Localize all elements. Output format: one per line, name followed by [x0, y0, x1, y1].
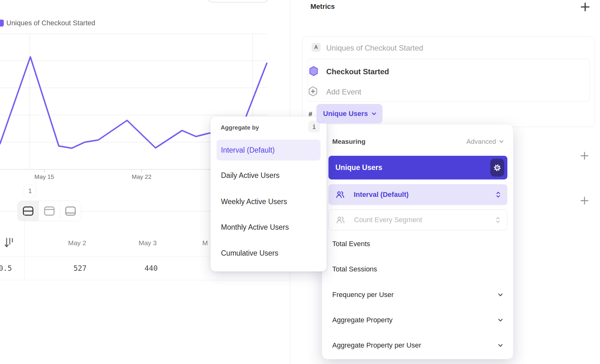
chevron-down-icon: [497, 342, 504, 349]
measuring-option-aggregate-property-per-user[interactable]: Aggregate Property per User: [332, 340, 504, 351]
add-section-icon-1[interactable]: [580, 151, 589, 160]
x-tick-may15: May 15: [25, 173, 63, 180]
measuring-option-unique-users[interactable]: Unique Users: [328, 156, 507, 179]
frequency-per-user-label: Frequency per User: [332, 291, 394, 299]
add-event-hexagon-icon[interactable]: [309, 86, 317, 97]
gear-icon: [493, 164, 501, 172]
add-event-button[interactable]: Add Event: [326, 88, 361, 96]
total-events-label: Total Events: [332, 240, 370, 248]
chevron-down-icon: [497, 317, 504, 323]
clipped-top-button[interactable]: [208, 0, 268, 3]
metric-name-input[interactable]: Uniques of Checkout Started: [326, 44, 423, 52]
layout-toggle-group: [17, 201, 81, 221]
add-metric-header-icon[interactable]: [580, 2, 591, 12]
counting-prefix: #: [309, 110, 312, 118]
measuring-subrow-interval[interactable]: Interval (Default): [328, 184, 507, 205]
aggregate-property-per-user-label: Aggregate Property per User: [332, 341, 421, 349]
measuring-option-total-sessions[interactable]: Total Sessions: [332, 264, 504, 275]
measuring-title: Measuring: [332, 138, 365, 145]
measuring-popover: Measuring Advanced Unique Users: [322, 124, 513, 359]
table-only-toggle-icon[interactable]: [60, 201, 81, 221]
table-header-may2[interactable]: May 2: [42, 239, 112, 247]
aggregate-option-monthly[interactable]: Monthly Active Users: [221, 223, 289, 232]
split-view-toggle-icon[interactable]: [18, 201, 39, 221]
add-section-icon-2[interactable]: [580, 196, 589, 205]
metric-badge: A: [312, 43, 321, 52]
chevron-down-icon: [371, 111, 377, 117]
metrics-panel-title: Metrics: [310, 3, 335, 11]
users-icon: [336, 215, 345, 225]
count-every-segment-label: Count Every Segment: [354, 216, 495, 224]
aggregate-option-cumulative[interactable]: Cumulative Users: [221, 249, 279, 258]
sort-descending-icon[interactable]: [4, 237, 15, 250]
event-hexagon-icon: [309, 66, 318, 76]
advanced-label: Advanced: [467, 138, 496, 145]
table-cell-may2: 527: [45, 264, 115, 272]
chevron-down-icon: [499, 139, 504, 144]
chart-only-toggle-icon[interactable]: [39, 201, 60, 221]
measuring-option-aggregate-property[interactable]: Aggregate Property: [332, 315, 504, 325]
measuring-option-frequency-per-user[interactable]: Frequency per User: [332, 289, 504, 300]
gear-settings-button[interactable]: [490, 159, 504, 177]
chevron-down-icon: [497, 292, 504, 298]
x-tick-may22: May 22: [123, 173, 161, 180]
table-row-label: 0.5: [0, 264, 18, 272]
aggregate-by-title: Aggregate by: [221, 124, 259, 131]
users-icon: [335, 190, 345, 199]
aggregate-option-weekly[interactable]: Weekly Active Users: [221, 197, 287, 206]
unique-users-chip[interactable]: Unique Users: [316, 104, 383, 124]
selected-option-label: Unique Users: [335, 163, 382, 172]
select-arrows-icon: [495, 191, 501, 199]
analytics-app: Uniques of Checkout Started May 15 May 2…: [0, 0, 600, 364]
unique-users-chip-label: Unique Users: [323, 110, 368, 118]
measuring-option-total-events[interactable]: Total Events: [332, 239, 504, 249]
pagination-badge[interactable]: 1: [24, 185, 36, 197]
aggregate-option-daily[interactable]: Daily Active Users: [221, 171, 279, 180]
total-sessions-label: Total Sessions: [332, 265, 377, 273]
measuring-subrow-count-every-segment[interactable]: Count Every Segment: [328, 209, 507, 230]
select-arrows-icon: [495, 216, 501, 224]
aggregate-option-interval[interactable]: Interval (Default): [217, 140, 321, 161]
interval-option-label: Interval (Default): [221, 146, 275, 155]
legend-swatch: [0, 20, 4, 27]
aggregate-property-label: Aggregate Property: [332, 316, 393, 324]
advanced-mode-toggle[interactable]: Advanced: [467, 138, 504, 145]
chart-legend-label: Uniques of Checkout Started: [6, 19, 95, 27]
event-row-checkout-started[interactable]: Checkout Started: [326, 67, 389, 76]
table-cell-may3: 440: [116, 264, 186, 272]
aggregate-by-dropdown: Aggregate by i Interval (Default) Daily …: [211, 117, 327, 271]
table-header-may3[interactable]: May 3: [113, 239, 182, 247]
interval-default-label: Interval (Default): [354, 191, 495, 199]
